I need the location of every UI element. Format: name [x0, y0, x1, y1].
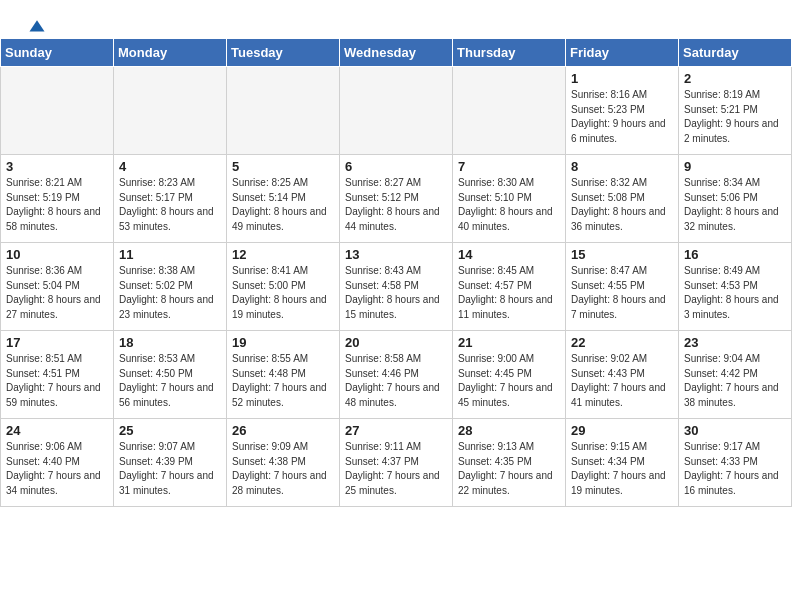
- calendar-header-thursday: Thursday: [453, 39, 566, 67]
- calendar-cell: [340, 67, 453, 155]
- day-number: 13: [345, 247, 447, 262]
- day-number: 5: [232, 159, 334, 174]
- calendar-cell: [227, 67, 340, 155]
- day-number: 3: [6, 159, 108, 174]
- day-number: 24: [6, 423, 108, 438]
- day-info: Sunrise: 8:21 AM Sunset: 5:19 PM Dayligh…: [6, 176, 108, 234]
- day-number: 26: [232, 423, 334, 438]
- calendar-cell: 6Sunrise: 8:27 AM Sunset: 5:12 PM Daylig…: [340, 155, 453, 243]
- day-number: 23: [684, 335, 786, 350]
- calendar-week-row: 10Sunrise: 8:36 AM Sunset: 5:04 PM Dayli…: [1, 243, 792, 331]
- day-number: 14: [458, 247, 560, 262]
- day-info: Sunrise: 9:02 AM Sunset: 4:43 PM Dayligh…: [571, 352, 673, 410]
- day-info: Sunrise: 9:04 AM Sunset: 4:42 PM Dayligh…: [684, 352, 786, 410]
- calendar-week-row: 3Sunrise: 8:21 AM Sunset: 5:19 PM Daylig…: [1, 155, 792, 243]
- svg-marker-0: [30, 20, 45, 31]
- day-info: Sunrise: 9:06 AM Sunset: 4:40 PM Dayligh…: [6, 440, 108, 498]
- logo-icon: [28, 18, 46, 36]
- day-number: 10: [6, 247, 108, 262]
- day-info: Sunrise: 8:30 AM Sunset: 5:10 PM Dayligh…: [458, 176, 560, 234]
- day-number: 8: [571, 159, 673, 174]
- calendar-cell: 9Sunrise: 8:34 AM Sunset: 5:06 PM Daylig…: [679, 155, 792, 243]
- calendar-header-friday: Friday: [566, 39, 679, 67]
- day-info: Sunrise: 8:19 AM Sunset: 5:21 PM Dayligh…: [684, 88, 786, 146]
- day-info: Sunrise: 8:53 AM Sunset: 4:50 PM Dayligh…: [119, 352, 221, 410]
- calendar-cell: [1, 67, 114, 155]
- day-number: 27: [345, 423, 447, 438]
- day-info: Sunrise: 9:11 AM Sunset: 4:37 PM Dayligh…: [345, 440, 447, 498]
- calendar-header-sunday: Sunday: [1, 39, 114, 67]
- day-info: Sunrise: 8:25 AM Sunset: 5:14 PM Dayligh…: [232, 176, 334, 234]
- calendar-week-row: 24Sunrise: 9:06 AM Sunset: 4:40 PM Dayli…: [1, 419, 792, 507]
- calendar-cell: 12Sunrise: 8:41 AM Sunset: 5:00 PM Dayli…: [227, 243, 340, 331]
- day-number: 1: [571, 71, 673, 86]
- calendar-cell: 16Sunrise: 8:49 AM Sunset: 4:53 PM Dayli…: [679, 243, 792, 331]
- calendar-cell: 14Sunrise: 8:45 AM Sunset: 4:57 PM Dayli…: [453, 243, 566, 331]
- day-number: 20: [345, 335, 447, 350]
- day-number: 21: [458, 335, 560, 350]
- day-number: 28: [458, 423, 560, 438]
- calendar-cell: 23Sunrise: 9:04 AM Sunset: 4:42 PM Dayli…: [679, 331, 792, 419]
- calendar-cell: 18Sunrise: 8:53 AM Sunset: 4:50 PM Dayli…: [114, 331, 227, 419]
- day-info: Sunrise: 8:43 AM Sunset: 4:58 PM Dayligh…: [345, 264, 447, 322]
- day-info: Sunrise: 8:55 AM Sunset: 4:48 PM Dayligh…: [232, 352, 334, 410]
- day-info: Sunrise: 8:36 AM Sunset: 5:04 PM Dayligh…: [6, 264, 108, 322]
- day-number: 7: [458, 159, 560, 174]
- day-number: 30: [684, 423, 786, 438]
- day-number: 12: [232, 247, 334, 262]
- day-info: Sunrise: 9:17 AM Sunset: 4:33 PM Dayligh…: [684, 440, 786, 498]
- day-info: Sunrise: 8:49 AM Sunset: 4:53 PM Dayligh…: [684, 264, 786, 322]
- calendar-header-row: SundayMondayTuesdayWednesdayThursdayFrid…: [1, 39, 792, 67]
- day-number: 18: [119, 335, 221, 350]
- calendar-cell: 26Sunrise: 9:09 AM Sunset: 4:38 PM Dayli…: [227, 419, 340, 507]
- calendar-cell: 7Sunrise: 8:30 AM Sunset: 5:10 PM Daylig…: [453, 155, 566, 243]
- day-info: Sunrise: 8:41 AM Sunset: 5:00 PM Dayligh…: [232, 264, 334, 322]
- day-number: 15: [571, 247, 673, 262]
- day-number: 29: [571, 423, 673, 438]
- calendar-cell: 10Sunrise: 8:36 AM Sunset: 5:04 PM Dayli…: [1, 243, 114, 331]
- calendar-week-row: 1Sunrise: 8:16 AM Sunset: 5:23 PM Daylig…: [1, 67, 792, 155]
- day-number: 22: [571, 335, 673, 350]
- day-info: Sunrise: 8:58 AM Sunset: 4:46 PM Dayligh…: [345, 352, 447, 410]
- calendar-header-tuesday: Tuesday: [227, 39, 340, 67]
- calendar-cell: 22Sunrise: 9:02 AM Sunset: 4:43 PM Dayli…: [566, 331, 679, 419]
- calendar-cell: 17Sunrise: 8:51 AM Sunset: 4:51 PM Dayli…: [1, 331, 114, 419]
- day-info: Sunrise: 9:13 AM Sunset: 4:35 PM Dayligh…: [458, 440, 560, 498]
- day-number: 17: [6, 335, 108, 350]
- calendar-cell: 24Sunrise: 9:06 AM Sunset: 4:40 PM Dayli…: [1, 419, 114, 507]
- calendar-cell: 25Sunrise: 9:07 AM Sunset: 4:39 PM Dayli…: [114, 419, 227, 507]
- day-info: Sunrise: 9:07 AM Sunset: 4:39 PM Dayligh…: [119, 440, 221, 498]
- calendar-cell: 1Sunrise: 8:16 AM Sunset: 5:23 PM Daylig…: [566, 67, 679, 155]
- calendar-cell: 5Sunrise: 8:25 AM Sunset: 5:14 PM Daylig…: [227, 155, 340, 243]
- day-info: Sunrise: 8:51 AM Sunset: 4:51 PM Dayligh…: [6, 352, 108, 410]
- day-number: 4: [119, 159, 221, 174]
- calendar-cell: 8Sunrise: 8:32 AM Sunset: 5:08 PM Daylig…: [566, 155, 679, 243]
- calendar-cell: 30Sunrise: 9:17 AM Sunset: 4:33 PM Dayli…: [679, 419, 792, 507]
- calendar-cell: 20Sunrise: 8:58 AM Sunset: 4:46 PM Dayli…: [340, 331, 453, 419]
- calendar-cell: 11Sunrise: 8:38 AM Sunset: 5:02 PM Dayli…: [114, 243, 227, 331]
- day-number: 6: [345, 159, 447, 174]
- day-number: 2: [684, 71, 786, 86]
- calendar-week-row: 17Sunrise: 8:51 AM Sunset: 4:51 PM Dayli…: [1, 331, 792, 419]
- day-info: Sunrise: 8:16 AM Sunset: 5:23 PM Dayligh…: [571, 88, 673, 146]
- calendar-cell: 2Sunrise: 8:19 AM Sunset: 5:21 PM Daylig…: [679, 67, 792, 155]
- calendar-cell: 27Sunrise: 9:11 AM Sunset: 4:37 PM Dayli…: [340, 419, 453, 507]
- calendar-cell: 3Sunrise: 8:21 AM Sunset: 5:19 PM Daylig…: [1, 155, 114, 243]
- calendar-header-saturday: Saturday: [679, 39, 792, 67]
- calendar-table: SundayMondayTuesdayWednesdayThursdayFrid…: [0, 38, 792, 507]
- day-info: Sunrise: 9:09 AM Sunset: 4:38 PM Dayligh…: [232, 440, 334, 498]
- calendar-cell: 13Sunrise: 8:43 AM Sunset: 4:58 PM Dayli…: [340, 243, 453, 331]
- calendar-cell: [453, 67, 566, 155]
- day-info: Sunrise: 8:34 AM Sunset: 5:06 PM Dayligh…: [684, 176, 786, 234]
- day-info: Sunrise: 9:00 AM Sunset: 4:45 PM Dayligh…: [458, 352, 560, 410]
- day-number: 9: [684, 159, 786, 174]
- calendar-header-wednesday: Wednesday: [340, 39, 453, 67]
- day-info: Sunrise: 8:38 AM Sunset: 5:02 PM Dayligh…: [119, 264, 221, 322]
- calendar-cell: 4Sunrise: 8:23 AM Sunset: 5:17 PM Daylig…: [114, 155, 227, 243]
- calendar-cell: 21Sunrise: 9:00 AM Sunset: 4:45 PM Dayli…: [453, 331, 566, 419]
- day-number: 11: [119, 247, 221, 262]
- day-number: 25: [119, 423, 221, 438]
- day-info: Sunrise: 8:45 AM Sunset: 4:57 PM Dayligh…: [458, 264, 560, 322]
- calendar-header-monday: Monday: [114, 39, 227, 67]
- day-number: 19: [232, 335, 334, 350]
